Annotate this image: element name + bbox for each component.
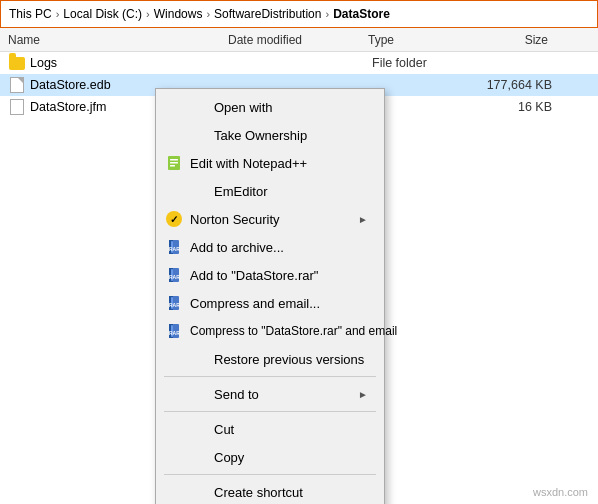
take-ownership-icon (188, 125, 208, 145)
shortcut-icon (188, 482, 208, 502)
breadcrumb-local-disk[interactable]: Local Disk (C:) (63, 7, 142, 21)
file-size: 177,664 KB (472, 78, 552, 92)
ctx-take-ownership[interactable]: Take Ownership (156, 121, 384, 149)
ctx-add-to-datastore-rar[interactable]: RAR Add to "DataStore.rar" (156, 261, 384, 289)
ctx-send-to[interactable]: Send to ► (156, 380, 384, 408)
folder-icon (8, 55, 26, 71)
watermark: wsxdn.com (533, 486, 588, 498)
file-name: Logs (30, 56, 232, 70)
ctx-add-to-archive[interactable]: RAR Add to archive... (156, 233, 384, 261)
svg-rect-1 (170, 159, 178, 161)
emeditor-icon (188, 181, 208, 201)
file-size: 16 KB (472, 100, 552, 114)
breadcrumb-datastore[interactable]: DataStore (333, 7, 390, 21)
ctx-emeditor[interactable]: EmEditor (156, 177, 384, 205)
svg-text:RAR: RAR (169, 246, 180, 252)
separator-3 (164, 474, 376, 475)
breadcrumb-sep-2: › (146, 8, 150, 20)
ctx-cut[interactable]: Cut (156, 415, 384, 443)
rar-email-icon: RAR (164, 293, 184, 313)
col-size-header[interactable]: Size (468, 33, 548, 47)
ctx-copy[interactable]: Copy (156, 443, 384, 471)
ctx-compress-rar-email[interactable]: RAR Compress to "DataStore.rar" and emai… (156, 317, 384, 345)
separator-2 (164, 411, 376, 412)
table-row[interactable]: Logs File folder (0, 52, 598, 74)
col-name-header[interactable]: Name (8, 33, 228, 47)
col-type-header[interactable]: Type (368, 33, 468, 47)
ctx-norton-security[interactable]: Norton Security ► (156, 205, 384, 233)
breadcrumb-softwaredistribution[interactable]: SoftwareDistribution (214, 7, 321, 21)
rar-email-icon-2: RAR (164, 321, 184, 341)
cut-icon (188, 419, 208, 439)
file-type: File folder (372, 56, 472, 70)
breadcrumb-this-pc[interactable]: This PC (9, 7, 52, 21)
address-bar: This PC › Local Disk (C:) › Windows › So… (0, 0, 598, 28)
file-explorer: Name Date modified Type Size Logs File f… (0, 28, 598, 504)
submenu-arrow-icon-2: ► (358, 389, 368, 400)
edb-file-icon (8, 77, 26, 93)
jfm-file-icon (8, 99, 26, 115)
svg-text:RAR: RAR (169, 274, 180, 280)
ctx-open-with[interactable]: Open with (156, 93, 384, 121)
breadcrumb-windows[interactable]: Windows (154, 7, 203, 21)
notepad-icon (164, 153, 184, 173)
ctx-edit-notepad[interactable]: Edit with Notepad++ (156, 149, 384, 177)
send-to-icon (188, 384, 208, 404)
svg-text:RAR: RAR (169, 330, 180, 336)
svg-rect-3 (170, 165, 175, 167)
context-menu: Open with Take Ownership Edit with Notep… (155, 88, 385, 504)
ctx-compress-email[interactable]: RAR Compress and email... (156, 289, 384, 317)
breadcrumb-sep-1: › (56, 8, 60, 20)
norton-icon (164, 209, 184, 229)
copy-icon (188, 447, 208, 467)
breadcrumb-sep-3: › (206, 8, 210, 20)
svg-text:RAR: RAR (169, 302, 180, 308)
open-with-icon (188, 97, 208, 117)
svg-rect-2 (170, 162, 178, 164)
col-date-header[interactable]: Date modified (228, 33, 368, 47)
separator-1 (164, 376, 376, 377)
ctx-create-shortcut[interactable]: Create shortcut (156, 478, 384, 504)
submenu-arrow-icon: ► (358, 214, 368, 225)
column-header: Name Date modified Type Size (0, 28, 598, 52)
restore-icon (188, 349, 208, 369)
rar-icon-2: RAR (164, 265, 184, 285)
ctx-restore-versions[interactable]: Restore previous versions (156, 345, 384, 373)
rar-archive-icon: RAR (164, 237, 184, 257)
breadcrumb-sep-4: › (325, 8, 329, 20)
